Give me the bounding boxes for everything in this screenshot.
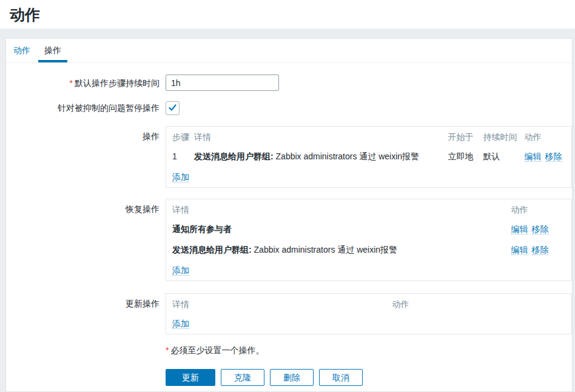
add-operation-link[interactable]: 添加: [172, 172, 189, 182]
column-header-details: 详情: [166, 294, 392, 314]
column-header-details: 详情: [194, 127, 448, 147]
duration-row: *默认操作步骤持续时间: [6, 75, 572, 91]
update-header-row: 详情 动作: [166, 294, 572, 314]
update-button[interactable]: 更新: [166, 369, 215, 386]
pause-suppressed-row: 针对被抑制的问题暂停操作: [6, 101, 572, 115]
edit-link[interactable]: 编辑: [511, 224, 528, 234]
update-operations-row: 更新操作 详情 动作 添加: [6, 293, 572, 334]
update-operations-table: 详情 动作 添加: [166, 293, 572, 334]
cancel-button[interactable]: 取消: [319, 369, 363, 386]
edit-link[interactable]: 编辑: [511, 245, 528, 255]
recovery-operations-row: 恢复操作 详情 动作 通知所有参与者: [6, 199, 572, 281]
page: 动作 动作 操作 *默认操作步骤持续时间 针对被抑制的问题暂停操作: [0, 0, 575, 392]
operations-header-row: 步骤 详情 开始于 持续时间 动作: [166, 127, 572, 147]
actions-cell: 编辑移除: [525, 146, 572, 167]
details-cell: 发送消息给用户群组: Zabbix administrators 通过 weix…: [194, 146, 448, 167]
operations-form: *默认操作步骤持续时间 针对被抑制的问题暂停操作 操作: [6, 63, 572, 386]
add-row: 添加: [166, 313, 572, 334]
recovery-header-row: 详情 动作: [166, 199, 572, 219]
edit-link[interactable]: 编辑: [525, 151, 542, 162]
details-cell: 发送消息给用户群组: Zabbix administrators 通过 weix…: [166, 239, 511, 260]
step-cell: 1: [166, 146, 195, 167]
column-header-step: 步骤: [166, 127, 195, 147]
checkmark-icon: [168, 103, 177, 114]
recovery-operation-row: 发送消息给用户群组: Zabbix administrators 通过 weix…: [166, 239, 572, 260]
pause-suppressed-checkbox[interactable]: [166, 101, 180, 115]
duration-input[interactable]: [166, 75, 279, 91]
start-in-cell: 立即地: [448, 146, 483, 167]
column-header-action: 动作: [525, 127, 572, 147]
validation-hint: *必须至少设置一个操作。: [166, 345, 572, 355]
action-config-panel: 动作 操作 *默认操作步骤持续时间 针对被抑制的问题暂停操作: [5, 38, 573, 392]
page-header: 动作: [0, 0, 575, 28]
actions-cell: 编辑移除: [511, 219, 572, 239]
add-row: 添加: [166, 167, 572, 188]
update-operations-label: 更新操作: [6, 293, 160, 309]
operations-label: 操作: [6, 126, 160, 142]
tab-action[interactable]: 动作: [7, 39, 36, 62]
required-asterisk: *: [70, 78, 73, 88]
tab-operations[interactable]: 操作: [38, 39, 67, 62]
clone-button[interactable]: 克隆: [221, 369, 264, 386]
operations-table: 步骤 详情 开始于 持续时间 动作 1 发送消息给用户群组: Zabbix ad…: [166, 126, 572, 188]
duration-cell: 默认: [483, 146, 525, 167]
remove-link[interactable]: 移除: [545, 151, 562, 162]
column-header-action: 动作: [392, 294, 572, 314]
page-title: 动作: [10, 4, 565, 25]
operations-row: 操作 步骤 详情 开始于 持续时间 动作: [6, 126, 572, 188]
pause-suppressed-label: 针对被抑制的问题暂停操作: [6, 101, 160, 113]
add-recovery-operation-link[interactable]: 添加: [172, 265, 189, 276]
recovery-operation-row: 通知所有参与者 编辑移除: [166, 219, 572, 239]
delete-button[interactable]: 删除: [270, 369, 314, 386]
recovery-operations-label: 恢复操作: [6, 199, 160, 214]
column-header-action: 动作: [511, 199, 572, 219]
add-update-operation-link[interactable]: 添加: [172, 319, 189, 329]
recovery-operations-table: 详情 动作 通知所有参与者 编辑移除 发送消息给用户群组: Zabbix adm…: [166, 199, 572, 281]
duration-label: *默认操作步骤持续时间: [6, 75, 160, 88]
tab-bar: 动作 操作: [6, 39, 572, 63]
actions-cell: 编辑移除: [511, 239, 572, 260]
required-asterisk: *: [166, 345, 169, 355]
remove-link[interactable]: 移除: [532, 224, 549, 234]
column-header-start-in: 开始于: [448, 127, 483, 147]
details-cell: 通知所有参与者: [166, 219, 511, 239]
footer-buttons: 更新 克隆 删除 取消: [166, 369, 572, 386]
add-row: 添加: [166, 260, 572, 281]
column-header-duration: 持续时间: [483, 127, 525, 147]
remove-link[interactable]: 移除: [532, 245, 549, 255]
column-header-details: 详情: [166, 199, 511, 219]
operation-row: 1 发送消息给用户群组: Zabbix administrators 通过 we…: [166, 146, 572, 167]
